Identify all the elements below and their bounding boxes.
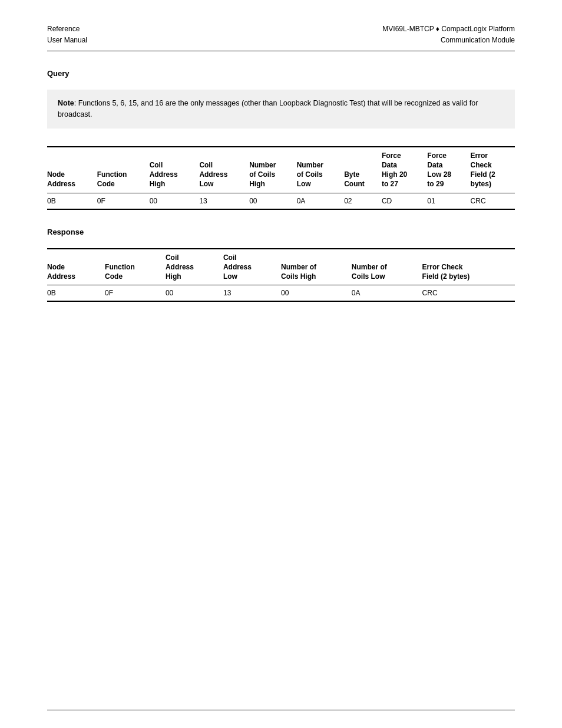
response-cell-coil-high: 00 [166,285,223,302]
footer-divider [47,710,515,710]
query-col-error-check: ErrorCheckField (2bytes) [471,147,515,193]
response-cell-node: 0B [47,285,105,302]
header-divider [47,51,515,51]
query-table-header-row: NodeAddress FunctionCode CoilAddressHigh… [47,147,515,193]
query-title: Query [47,69,515,78]
query-col-coil-addr-high: CoilAddressHigh [150,147,200,193]
note-label: Note [58,99,74,107]
response-col-error-check: Error CheckField (2 bytes) [422,249,515,285]
query-table: NodeAddress FunctionCode CoilAddressHigh… [47,146,515,210]
response-title: Response [47,228,515,236]
query-col-force-low: ForceDataLow 28to 29 [427,147,470,193]
query-table-row: 0B 0F 00 13 00 0A 02 CD 01 CRC [47,193,515,209]
query-cell-num-high: 00 [249,193,297,209]
response-table-row: 0B 0F 00 13 00 0A CRC [47,285,515,302]
response-cell-num-low: 0A [352,285,422,302]
header-product: MVI69L-MBTCP ♦ CompactLogix Platform [382,24,515,35]
query-cell-byte-count: 02 [344,193,382,209]
query-cell-num-low: 0A [297,193,345,209]
header-right: MVI69L-MBTCP ♦ CompactLogix Platform Com… [382,24,515,46]
response-cell-num-high: 00 [281,285,352,302]
response-col-coil-addr-low: CoilAddressLow [223,249,281,285]
query-cell-coil-high: 00 [150,193,200,209]
query-col-byte-count: ByteCount [344,147,382,193]
query-cell-force-low: 01 [427,193,470,209]
header-reference: Reference [47,24,87,35]
header-left: Reference User Manual [47,24,87,46]
query-col-coil-addr-low: CoilAddressLow [199,147,249,193]
query-cell-function: 0F [97,193,150,209]
header-manual: User Manual [47,35,87,46]
query-col-function-code: FunctionCode [97,147,150,193]
query-cell-force-high: CD [382,193,427,209]
response-col-coil-addr-high: CoilAddressHigh [166,249,223,285]
response-table: NodeAddress FunctionCode CoilAddressHigh… [47,248,515,302]
note-text: : Functions 5, 6, 15, and 16 are the onl… [58,99,478,118]
header-module: Communication Module [382,35,515,46]
query-col-force-high: ForceDataHigh 20to 27 [382,147,427,193]
response-cell-error: CRC [422,285,515,302]
response-cell-function: 0F [105,285,166,302]
query-cell-error: CRC [471,193,515,209]
response-col-num-coils-high: Number ofCoils High [281,249,352,285]
query-col-num-coils-high: Numberof CoilsHigh [249,147,297,193]
note-box: Note: Functions 5, 6, 15, and 16 are the… [47,90,515,129]
query-col-node-address: NodeAddress [47,147,97,193]
query-col-num-coils-low: Numberof CoilsLow [297,147,345,193]
response-table-header-row: NodeAddress FunctionCode CoilAddressHigh… [47,249,515,285]
response-col-num-coils-low: Number ofCoils Low [352,249,422,285]
page-header: Reference User Manual MVI69L-MBTCP ♦ Com… [47,24,515,46]
query-cell-node: 0B [47,193,97,209]
page: Reference User Manual MVI69L-MBTCP ♦ Com… [0,0,562,728]
response-cell-coil-low: 13 [223,285,281,302]
query-cell-coil-low: 13 [199,193,249,209]
response-col-function-code: FunctionCode [105,249,166,285]
response-col-node-address: NodeAddress [47,249,105,285]
